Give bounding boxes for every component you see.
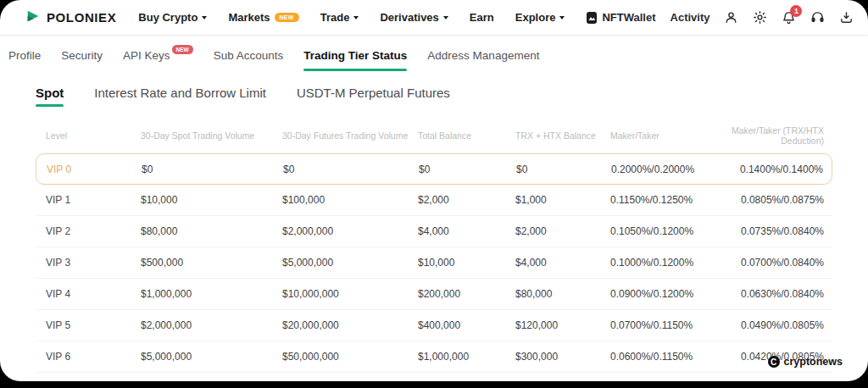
value-cell: $5,000,000	[282, 257, 418, 269]
theme-sun-icon[interactable]	[753, 10, 767, 25]
primary-nav: Buy Crypto Markets NEW Trade Derivatives…	[138, 11, 623, 25]
value-cell: $20,000,000	[282, 319, 418, 331]
top-navbar: POLONIEX Buy Crypto Markets NEW Trade De…	[0, 0, 868, 36]
value-cell: 0.0900%/0.1200%	[610, 288, 726, 300]
value-cell: 0.0700%/0.0840%	[726, 257, 824, 269]
chevron-down-icon	[353, 16, 359, 19]
user-icon[interactable]	[724, 10, 738, 25]
value-cell: $0	[419, 164, 516, 175]
col-spot-volume: 30-Day Spot Trading Volume	[141, 130, 282, 141]
value-cell: 0.0735%/0.0840%	[726, 225, 824, 237]
value-cell: 0.0600%/0.1150%	[610, 351, 726, 363]
chevron-down-icon	[202, 16, 207, 19]
value-cell: $2,000,000	[141, 319, 282, 331]
activity-link[interactable]: Activity	[670, 11, 710, 24]
value-cell: $0	[142, 164, 283, 175]
subnav-label: Security	[61, 49, 103, 62]
new-badge: NEW	[275, 13, 299, 22]
subnav-label: Profile	[8, 49, 41, 62]
nav-explore[interactable]: Explore	[515, 11, 565, 24]
table-row: VIP 6 $5,000,000 $50,000,000 $1,000,000 …	[36, 341, 832, 373]
subnav-label: Sub Accounts	[214, 49, 284, 62]
tab-interest-rate-borrow-limit[interactable]: Interest Rate and Borrow Limit	[94, 86, 266, 107]
tab-spot[interactable]: Spot	[36, 86, 64, 107]
subnav-address-management[interactable]: Address Management	[427, 36, 539, 75]
level-cell: VIP 6	[46, 351, 141, 363]
value-cell: $80,000	[141, 225, 282, 237]
level-cell: VIP 2	[46, 225, 141, 237]
value-cell: $200,000	[418, 288, 515, 300]
table-row: VIP 0 $0 $0 $0 $0 0.2000%/0.2000% 0.1400…	[36, 153, 832, 185]
nav-earn[interactable]: Earn	[470, 11, 494, 24]
notification-count-badge: 1	[790, 5, 802, 17]
value-cell: $400,000	[418, 319, 515, 331]
level-cell: VIP 0	[47, 164, 142, 175]
value-cell: 0.1400%/0.1400%	[726, 164, 823, 175]
level-cell: VIP 1	[46, 194, 141, 206]
cryptonews-logo-icon: C	[768, 356, 780, 368]
level-cell: VIP 3	[46, 257, 141, 269]
nav-buy-crypto[interactable]: Buy Crypto	[138, 11, 207, 24]
value-cell: 0.0700%/0.1150%	[610, 319, 726, 331]
value-cell: 0.0630%/0.0840%	[726, 288, 824, 300]
value-cell: $2,000	[515, 225, 610, 237]
value-cell: $10,000	[418, 257, 515, 269]
subnav-label: Address Management	[427, 49, 539, 62]
nav-label: NFT	[602, 11, 623, 24]
subnav-profile[interactable]: Profile	[8, 36, 41, 75]
poloniex-logo-icon	[25, 8, 41, 27]
nav-nft[interactable]: NFT	[586, 11, 623, 25]
nav-label: Trade	[320, 11, 350, 24]
value-cell: $500,000	[141, 257, 282, 269]
cryptonews-label: cryptonews	[784, 356, 843, 368]
value-cell: $300,000	[515, 351, 610, 363]
value-cell: 0.2000%/0.2000%	[611, 164, 726, 175]
notifications-bell-icon[interactable]: 1	[782, 10, 796, 25]
value-cell: 0.0805%/0.0875%	[726, 194, 824, 206]
tab-usdtm-perpetual-futures[interactable]: USDT-M Perpetual Futures	[297, 86, 450, 107]
nav-label: Markets	[228, 11, 270, 24]
table-row: VIP 7 $10,000,000 $100,000,000 $8,000,00…	[36, 373, 832, 381]
nav-label: Earn	[470, 11, 494, 24]
table-row: VIP 2 $80,000 $2,000,000 $4,000 $2,000 0…	[36, 216, 832, 247]
value-cell: $10,000	[141, 194, 282, 206]
table-row: VIP 1 $10,000 $100,000 $2,000 $1,000 0.1…	[36, 185, 832, 216]
nav-label: Derivatives	[380, 11, 438, 24]
nav-right-group: Wallet Activity 1	[624, 10, 868, 25]
subnav-api-keys[interactable]: API Keys NEW	[123, 36, 193, 75]
table-row: VIP 4 $1,000,000 $10,000,000 $200,000 $8…	[36, 279, 832, 310]
value-cell: $0	[516, 164, 611, 175]
col-trx-htx-balance: TRX + HTX Balance	[515, 130, 610, 141]
nav-markets[interactable]: Markets NEW	[228, 11, 298, 24]
poloniex-app-window: POLONIEX Buy Crypto Markets NEW Trade De…	[0, 0, 868, 381]
col-total-balance: Total Balance	[418, 130, 515, 141]
subnav-trading-tier-status[interactable]: Trading Tier Status	[303, 36, 407, 75]
value-cell: $4,000	[418, 225, 515, 237]
poloniex-logo[interactable]: POLONIEX	[25, 8, 116, 27]
nav-derivatives[interactable]: Derivatives	[380, 11, 448, 24]
value-cell: $120,000	[515, 319, 610, 331]
level-cell: VIP 4	[46, 288, 141, 300]
subnav-sub-accounts[interactable]: Sub Accounts	[214, 36, 284, 75]
new-badge: NEW	[172, 45, 193, 54]
support-headset-icon[interactable]	[810, 10, 825, 25]
cryptonews-watermark: C cryptonews	[768, 356, 843, 368]
tier-tabs: Spot Interest Rate and Borrow Limit USDT…	[36, 86, 868, 107]
account-subnav: Profile Security API Keys NEW Sub Accoun…	[0, 36, 868, 75]
value-cell: $1,000	[515, 194, 610, 206]
table-row: VIP 3 $500,000 $5,000,000 $10,000 $4,000…	[36, 247, 832, 279]
nav-trade[interactable]: Trade	[320, 11, 359, 24]
value-cell: $1,000,000	[418, 351, 515, 363]
nav-label: Explore	[515, 11, 556, 24]
wallet-link[interactable]: Wallet	[624, 11, 656, 24]
trading-tier-table: Level 30-Day Spot Trading Volume 30-Day …	[36, 120, 832, 381]
subnav-security[interactable]: Security	[61, 36, 103, 75]
value-cell: $50,000,000	[282, 351, 418, 363]
value-cell: $10,000,000	[282, 288, 418, 300]
value-cell: 0.1050%/0.1200%	[610, 225, 726, 237]
table-body: VIP 0 $0 $0 $0 $0 0.2000%/0.2000% 0.1400…	[36, 153, 832, 381]
nft-icon	[586, 11, 598, 25]
download-app-icon[interactable]	[839, 10, 854, 25]
value-cell: $1,000,000	[141, 288, 282, 300]
value-cell: $0	[283, 164, 419, 175]
